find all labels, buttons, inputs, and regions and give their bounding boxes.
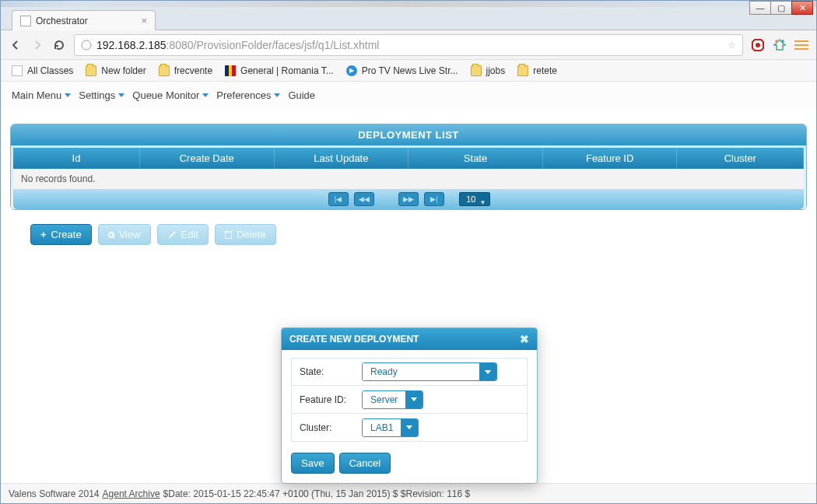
table-paginator: |◀ ◀◀ ▶▶ ▶| 10 [13, 189, 804, 209]
tab-favicon [20, 16, 31, 26]
cluster-value: LAB1 [363, 419, 401, 436]
paginator-last-button[interactable]: ▶| [424, 192, 444, 206]
agent-archive-link[interactable]: Agent Archive [103, 488, 160, 499]
reload-button[interactable] [52, 38, 66, 52]
browser-toolbar: 192.168.2.185:8080/ProvisionFolder/faces… [1, 30, 816, 60]
bookmark-all-classes[interactable]: All Classes [12, 65, 73, 76]
bookmark-star-icon[interactable]: ☆ [728, 40, 736, 51]
svg-point-4 [781, 40, 784, 43]
state-value: Ready [363, 363, 479, 380]
view-button[interactable]: View [98, 224, 151, 245]
paginator-next-button[interactable]: ▶▶ [398, 192, 419, 206]
window-title-bar [1, 1, 816, 7]
no-records-message: No records found. [13, 169, 804, 189]
bookmark-retete[interactable]: retete [517, 65, 557, 76]
menu-settings[interactable]: Settings [79, 89, 124, 101]
footer-prefix: Valens Software 2014 [9, 488, 100, 499]
chevron-down-icon [401, 419, 418, 436]
window-minimize-button[interactable]: — [749, 1, 771, 15]
delete-button[interactable]: Delete [215, 224, 276, 245]
plus-icon: + [40, 229, 47, 240]
panel-title: DEPLOYMENT LIST [11, 124, 806, 145]
pencil-icon [167, 230, 177, 240]
create-deployment-dialog: CREATE NEW DEPLOYMENT ✖ State: Ready Fea… [281, 327, 538, 484]
menu-queue-monitor[interactable]: Queue Monitor [132, 89, 209, 101]
chevron-down-icon [405, 391, 423, 408]
window-maximize-button[interactable]: ▢ [770, 1, 792, 15]
paginator-pagesize-select[interactable]: 10 [459, 192, 490, 206]
cluster-label: Cluster: [292, 422, 362, 433]
page-footer: Valens Software 2014 Agent Archive $Date… [1, 483, 816, 503]
bookmark-jjobs[interactable]: jjobs [471, 65, 506, 76]
chevron-down-icon [65, 93, 71, 97]
cluster-select[interactable]: LAB1 [362, 418, 419, 437]
trash-icon [225, 231, 232, 239]
table-empty-row: No records found. [13, 169, 804, 189]
create-button[interactable]: +Create [30, 224, 92, 245]
svg-point-3 [775, 40, 778, 43]
browser-tab-strip: Orchestrator × [1, 7, 816, 30]
feature-id-value: Server [363, 391, 405, 408]
menu-main[interactable]: Main Menu [12, 89, 71, 101]
cancel-button[interactable]: Cancel [339, 453, 391, 474]
browser-tab[interactable]: Orchestrator × [12, 10, 156, 30]
folder-icon [159, 65, 170, 76]
deployment-list-panel: DEPLOYMENT LIST Id Create Date Last Upda… [10, 124, 807, 210]
window-close-button[interactable]: ✕ [791, 1, 813, 15]
col-cluster[interactable]: Cluster [677, 148, 804, 169]
state-select[interactable]: Ready [362, 362, 497, 381]
svg-point-2 [756, 43, 760, 47]
flag-icon [225, 65, 236, 76]
feature-id-select[interactable]: Server [362, 390, 423, 409]
paginator-prev-button[interactable]: ◀◀ [354, 192, 374, 206]
chevron-down-icon [479, 363, 496, 380]
col-last-update[interactable]: Last Update [274, 148, 408, 169]
col-state[interactable]: State [408, 148, 543, 169]
page-icon [12, 65, 23, 76]
menu-guide[interactable]: Guide [288, 89, 315, 101]
save-button[interactable]: Save [291, 453, 335, 474]
folder-icon [471, 65, 482, 76]
dialog-title: CREATE NEW DEPLOYMENT [289, 334, 419, 345]
dialog-close-icon[interactable]: ✖ [520, 333, 529, 345]
feature-id-label: Feature ID: [292, 394, 362, 405]
col-feature-id[interactable]: Feature ID [542, 148, 677, 169]
deployment-table: Id Create Date Last Update State Feature… [13, 148, 804, 189]
col-id[interactable]: Id [13, 148, 139, 169]
chrome-menu-icon[interactable] [794, 38, 808, 52]
table-header-row: Id Create Date Last Update State Feature… [13, 148, 804, 169]
forward-button[interactable] [30, 38, 44, 52]
chevron-down-icon [118, 93, 124, 97]
bookmarks-bar: All Classes New folder frecvente General… [1, 60, 816, 82]
svg-point-0 [82, 40, 91, 50]
extension-adblock-icon[interactable] [751, 38, 765, 52]
search-icon [108, 232, 114, 238]
menu-preferences[interactable]: Preferences [216, 89, 280, 101]
paginator-first-button[interactable]: |◀ [328, 192, 349, 206]
bookmark-new-folder[interactable]: New folder [86, 65, 146, 76]
folder-icon [86, 65, 96, 76]
col-create-date[interactable]: Create Date [139, 148, 274, 169]
url-text: 192.168.2.185:8080/ProvisionFolder/faces… [96, 39, 723, 51]
folder-icon [517, 65, 528, 76]
bookmark-pro-tv[interactable]: ▶Pro TV News Live Str... [346, 65, 458, 76]
bookmark-frecvente[interactable]: frecvente [159, 65, 212, 76]
footer-suffix: $Date: 2015-01-15 22:45:47 +0100 (Thu, 1… [163, 488, 471, 499]
extension-home-icon[interactable] [773, 38, 787, 52]
edit-button[interactable]: Edit [157, 224, 209, 245]
app-menubar: Main Menu Settings Queue Monitor Prefere… [1, 82, 816, 108]
address-bar[interactable]: 192.168.2.185:8080/ProvisionFolder/faces… [74, 34, 743, 56]
globe-icon [81, 40, 92, 51]
chevron-down-icon [202, 93, 209, 97]
tab-title: Orchestrator [36, 16, 88, 26]
play-icon: ▶ [346, 65, 357, 76]
bookmark-general-romania[interactable]: General | Romania T... [225, 65, 334, 76]
state-label: State: [292, 366, 362, 377]
tab-close-icon[interactable]: × [141, 15, 147, 26]
chevron-down-icon [274, 93, 280, 97]
back-button[interactable] [9, 38, 23, 52]
